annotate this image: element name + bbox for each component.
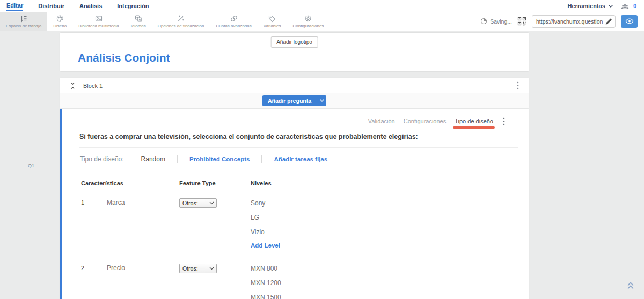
toolbar-item-label: Diseño [53, 24, 67, 28]
col-header-feature-type: Feature Type [179, 180, 251, 186]
feature-type-select[interactable]: Otros: [179, 264, 217, 273]
level-item[interactable]: Sony [251, 196, 518, 210]
add-question-button[interactable]: Añadir pregunta [262, 95, 326, 106]
add-logo-button[interactable]: Añadir logotipo [270, 36, 318, 48]
toolbar-item-opciones-de-finalizacion[interactable]: Opciones de finalización [152, 12, 210, 31]
col-header-niveles: Niveles [251, 180, 272, 186]
feature-number: 1 [81, 196, 107, 210]
herramientas-dropdown[interactable]: Herramientas [568, 3, 613, 9]
qr-code-icon[interactable] [517, 17, 526, 26]
level-item[interactable]: LG [251, 210, 518, 225]
feature-type-value: Otros: [182, 265, 198, 272]
main-nav: Editar Distribuir Análisis Integración [6, 1, 149, 11]
col-header-caracteristicas: Características [81, 180, 179, 186]
design-type-label: Tipo de diseño: [80, 155, 124, 163]
toolbar-item-biblioteca-multimedia[interactable]: Biblioteca multimedia [72, 12, 125, 31]
block-card: Block 1 Añadir pregunta [60, 78, 529, 108]
tag-icon [268, 14, 276, 23]
toolbar-item-label: Biblioteca multimedia [78, 24, 119, 28]
question-menu-icon[interactable] [502, 116, 506, 126]
add-level-link[interactable]: Add Level [251, 239, 518, 252]
feature-type-cell: Otros: [179, 261, 251, 275]
block-header: Block 1 [60, 78, 529, 93]
feature-number: 2 [81, 261, 107, 275]
edit-url-icon[interactable] [605, 18, 612, 25]
nav-tab-distribuir[interactable]: Distribuir [38, 2, 64, 10]
palette-icon [56, 14, 64, 23]
block-menu-icon[interactable] [516, 80, 520, 91]
survey-canvas: Q1 Añadir logotipo Análisis Conjoint Blo… [0, 31, 644, 299]
collaborators-count[interactable]: 0 [633, 3, 636, 9]
add-fixed-tasks-link[interactable]: Añadir tareas fijas [274, 156, 327, 162]
toolbar-item-configuraciones[interactable]: Configuraciones [287, 12, 330, 31]
toolbar-item-variables[interactable]: Variables [258, 12, 287, 31]
saving-label: Saving... [490, 18, 512, 25]
toolbar-item-label: Configuraciones [293, 24, 324, 28]
add-question-dropdown-icon[interactable] [317, 95, 326, 106]
collaborators-icon [620, 3, 630, 9]
nav-tab-analisis[interactable]: Análisis [79, 2, 102, 10]
scroll-to-top-button[interactable] [626, 281, 635, 289]
feature-row: 2 Precio Otros: MXN 800 [81, 261, 518, 299]
feature-name[interactable]: Marca [107, 196, 179, 210]
feature-type-cell: Otros: [179, 196, 251, 210]
gear-icon [304, 14, 312, 23]
top-nav: Editar Distribuir Análisis Integración H… [0, 0, 644, 12]
herramientas-label: Herramientas [568, 3, 605, 9]
question-number-label: Q1 [28, 163, 34, 168]
survey-url-field[interactable]: https://ivanchumx.questionpro.com [532, 15, 616, 28]
toolbar-item-label: Espacio de trabajo [6, 24, 41, 28]
toolbar-item-label: Opciones de finalización [158, 24, 204, 28]
level-item[interactable]: MXN 1200 [251, 275, 518, 290]
chain-links-icon [230, 14, 238, 23]
top-nav-right: Herramientas 0 [568, 3, 636, 9]
collapse-block-icon[interactable] [69, 82, 76, 89]
survey-cards: Añadir logotipo Análisis Conjoint Block … [60, 33, 529, 299]
toolbar-right: Saving... https://ivanchumx.questionpro.… [480, 12, 644, 31]
features-table: Características Feature Type Niveles 1 M… [79, 180, 518, 299]
magic-wand-icon [177, 14, 185, 23]
workspace-icon [19, 14, 28, 23]
survey-header-card: Añadir logotipo Análisis Conjoint [60, 33, 529, 71]
languages-icon [134, 14, 143, 23]
level-item[interactable]: MXN 1500 [251, 290, 518, 299]
survey-title[interactable]: Análisis Conjoint [78, 51, 170, 64]
nav-tab-integracion[interactable]: Integración [117, 2, 149, 10]
block-title: Block 1 [83, 83, 516, 89]
prohibited-concepts-link[interactable]: Prohibited Concepts [189, 156, 250, 162]
toolbar-item-label: Idiomas [131, 24, 146, 28]
editor-toolbar: Espacio de trabajo Diseño [0, 12, 644, 31]
chevron-down-icon [209, 201, 214, 205]
tab-validacion[interactable]: Validación [368, 118, 395, 124]
preview-button[interactable] [621, 15, 638, 28]
questionpro-editor-screen: Editar Distribuir Análisis Integración H… [0, 0, 644, 299]
level-item[interactable]: MXN 800 [251, 261, 518, 275]
toolbar-items: Espacio de trabajo Diseño [0, 12, 330, 31]
divider [261, 155, 262, 163]
nav-tab-editar[interactable]: Editar [6, 1, 23, 11]
levels-list: MXN 800 MXN 1200 MXN 1500 Add Level [251, 261, 518, 299]
survey-url-text[interactable]: https://ivanchumx.questionpro.com [536, 18, 603, 25]
collaborators-control[interactable]: 0 [620, 3, 636, 9]
question-text[interactable]: Si fueras a comprar una televisión, sele… [79, 133, 518, 148]
question-card: Validación Configuraciones Tipo de diseñ… [60, 109, 529, 299]
media-library-icon [94, 14, 103, 23]
feature-type-select[interactable]: Otros: [179, 198, 217, 208]
eye-icon [625, 18, 634, 24]
level-item[interactable]: Vizio [251, 225, 518, 239]
toolbar-item-espacio-de-trabajo[interactable]: Espacio de trabajo [0, 12, 47, 31]
feature-name[interactable]: Precio [107, 261, 179, 275]
tab-configuraciones[interactable]: Configuraciones [404, 118, 447, 124]
toolbar-item-idiomas[interactable]: Idiomas [125, 12, 152, 31]
add-question-label[interactable]: Añadir pregunta [262, 95, 317, 106]
divider [177, 155, 178, 163]
toolbar-item-diseno[interactable]: Diseño [47, 12, 72, 31]
toolbar-item-label: Cuotas avanzadas [216, 24, 252, 28]
chevron-down-icon [209, 267, 214, 270]
design-type-value[interactable]: Random [141, 155, 165, 163]
tab-tipo-de-diseno[interactable]: Tipo de diseño [455, 118, 493, 124]
add-question-strip: Añadir pregunta [60, 93, 529, 108]
toolbar-item-cuotas-avanzadas[interactable]: Cuotas avanzadas [210, 12, 258, 31]
chevron-down-icon [609, 5, 613, 8]
question-tabs: Validación Configuraciones Tipo de diseñ… [79, 116, 518, 126]
